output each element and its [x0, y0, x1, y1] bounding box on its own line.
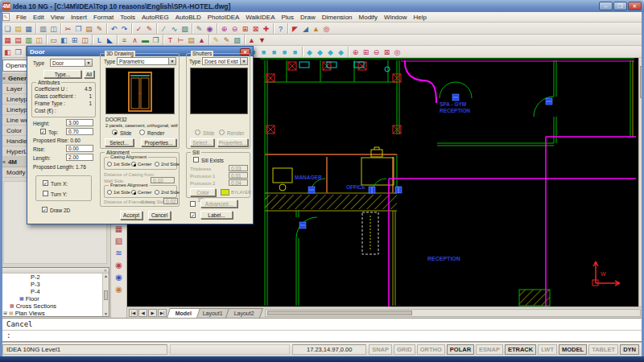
properties-button[interactable]: Properties... [141, 138, 176, 146]
accept-button[interactable]: Accept [120, 211, 142, 220]
paste-icon[interactable]: ▤ [84, 23, 94, 34]
view-orange-icon[interactable]: ◉ [113, 283, 125, 294]
zoom-in-icon[interactable]: ⊕ [219, 23, 229, 34]
triangle-down-icon[interactable]: ▼ [257, 35, 267, 45]
slide-radio[interactable] [112, 130, 118, 135]
frames-center-radio[interactable] [131, 190, 136, 195]
scroll-down-icon[interactable]: ▼ [103, 311, 109, 316]
minimize-button[interactable]: – [599, 2, 613, 10]
text-red-icon[interactable]: T [165, 35, 175, 45]
flag-icon[interactable]: ▲ [311, 23, 321, 34]
tree-item-p2[interactable]: P-2 [2, 274, 109, 281]
cut-icon[interactable]: ✂ [63, 23, 73, 34]
scroll-up-icon[interactable]: ▲ [103, 274, 109, 278]
view-front-icon[interactable]: ■ [290, 47, 300, 57]
sill-exists-checkbox[interactable] [193, 157, 199, 162]
title-bar[interactable]: 4M Idea 10 NG - [C:\4M\IDEA\Top 10 reaso… [0, 0, 644, 12]
command-prompt[interactable]: : [2, 331, 642, 341]
all-button[interactable]: All [84, 70, 94, 78]
opening-icon[interactable]: ◧ [59, 35, 69, 45]
copy-object-icon[interactable]: ❐ [151, 35, 161, 45]
casing-2nd-radio[interactable] [155, 162, 159, 167]
camera-icon[interactable]: ◉ [204, 23, 215, 34]
mitem-draw[interactable]: Draw [297, 13, 319, 22]
wall-icon[interactable]: ▭ [48, 35, 59, 45]
frames-2nd-radio[interactable] [155, 190, 159, 195]
render-radio[interactable] [139, 130, 145, 135]
help-icon[interactable]: ? [275, 23, 286, 34]
slab-icon[interactable]: ▬ [140, 35, 151, 45]
canvas-hscrollbar[interactable] [265, 309, 641, 317]
clipboard-icon[interactable]: ▤ [186, 35, 196, 45]
pan-icon[interactable]: ✚ [261, 23, 271, 34]
view-plan-1-icon[interactable]: ◆ [304, 47, 315, 57]
zoom-all-icon[interactable]: ⊠ [382, 47, 392, 57]
tree-item-p4[interactable]: P-4 [2, 288, 109, 295]
format-painter-icon[interactable]: ✎ [94, 23, 105, 34]
top-checkbox[interactable]: ✓ [40, 129, 46, 134]
chevron-down-icon[interactable]: ▼ [85, 60, 92, 66]
view-iso-nw-icon[interactable]: ■ [269, 47, 279, 57]
corner-red-icon[interactable]: ◤ [290, 23, 300, 34]
casing-1st-radio[interactable] [107, 162, 112, 167]
door-dialog[interactable]: Door ✕ Type Door▼ Type... All Attributes… [27, 46, 254, 224]
undo-icon[interactable]: ↶ [109, 23, 119, 34]
door-icon[interactable]: ◫ [80, 35, 90, 45]
tab-model[interactable]: Model [167, 308, 200, 318]
chevron-down-icon[interactable]: ▼ [240, 58, 247, 64]
mitem-modify[interactable]: Modify [356, 13, 382, 22]
collapse-icon[interactable]: « [2, 76, 6, 81]
stairs-icon[interactable]: ≡ [119, 35, 130, 45]
hatch-icon[interactable]: ▨ [180, 23, 190, 34]
mitem-window[interactable]: Window [381, 13, 410, 22]
length-input[interactable]: 2.00 [66, 154, 93, 161]
layers-icon[interactable]: ▧ [232, 35, 242, 45]
layer-states-icon[interactable]: ≋ [113, 247, 125, 258]
top-input[interactable]: 0.70 [66, 128, 93, 135]
grid-icon[interactable]: ▦ [2, 35, 13, 45]
zoom-dynamic-icon[interactable]: ◎ [392, 47, 402, 57]
expand-icon[interactable]: ⊞ [3, 310, 7, 317]
type-button[interactable]: Type... [43, 70, 81, 78]
mitem-autobld[interactable]: AutoBLD [172, 13, 204, 22]
label-checkbox[interactable]: ✓ [190, 212, 196, 218]
turn-x-checkbox[interactable]: ✓ [43, 180, 48, 186]
polyline-icon[interactable]: ∿ [169, 23, 180, 34]
cancel-button[interactable]: Cancel [148, 211, 171, 220]
turn-y-checkbox[interactable] [43, 191, 48, 196]
view-top-icon[interactable]: ■ [279, 47, 290, 57]
new-icon[interactable]: ❏ [2, 23, 13, 34]
line-icon[interactable]: ∕ [159, 23, 169, 34]
tab-layout2[interactable]: Layout2 [225, 308, 263, 318]
render-icon[interactable]: ◧ [2, 47, 13, 57]
view-plan-3-icon[interactable]: ◆ [325, 47, 336, 57]
mitem-autoreg[interactable]: AutoREG [138, 13, 172, 22]
angle-icon[interactable]: ◣ [105, 35, 115, 45]
tree-item-floor[interactable]: ▦Floor [2, 295, 109, 302]
select-button[interactable]: Select... [105, 138, 134, 146]
chevron-down-icon[interactable]: ▼ [168, 58, 175, 64]
advanced-checkbox[interactable] [190, 201, 196, 207]
dimension-icon[interactable]: ⊢ [175, 35, 186, 45]
tree-scrollbar[interactable]: ▲▼ [102, 274, 109, 316]
corner-blue-icon[interactable]: ◢ [300, 23, 311, 34]
xref-icon[interactable]: ▦ [113, 223, 125, 234]
rise-input[interactable]: 0.00 [66, 145, 93, 152]
mitem-plus[interactable]: Plus [279, 13, 298, 22]
menu-bar[interactable]: ✎ FileEditViewInsertFormatToolsAutoREGAu… [0, 12, 644, 23]
view-plan-2-icon[interactable]: ◆ [315, 47, 325, 57]
mitem-tools[interactable]: Tools [117, 13, 138, 22]
copy-icon[interactable]: ❐ [73, 23, 84, 34]
view-red-icon[interactable]: ◉ [113, 259, 125, 270]
toolbar-standard[interactable]: ❏▤▦▥◫✂❐▤✎↶↷✓✎∕∿▨✎◉⊕⊖⊞⊠✚?◤◢▲◎ [0, 23, 644, 35]
mitem-help[interactable]: Help [411, 13, 430, 22]
corner-icon[interactable]: L [94, 35, 105, 45]
project-tree[interactable]: ✕ P-2 P-3 P-4 ▦Floor ▩Cross Sections ⊞▤P… [1, 267, 109, 317]
tab-first-icon[interactable]: |◀ [129, 309, 138, 317]
target-icon[interactable]: ◎ [321, 23, 332, 34]
collapse-icon[interactable]: « [2, 159, 6, 165]
maximize-button[interactable]: ❐ [613, 2, 627, 10]
open-icon[interactable]: ▤ [13, 23, 23, 34]
tab-next-icon[interactable]: ▶ [148, 309, 157, 317]
command-window[interactable]: Cancel : [0, 318, 644, 342]
